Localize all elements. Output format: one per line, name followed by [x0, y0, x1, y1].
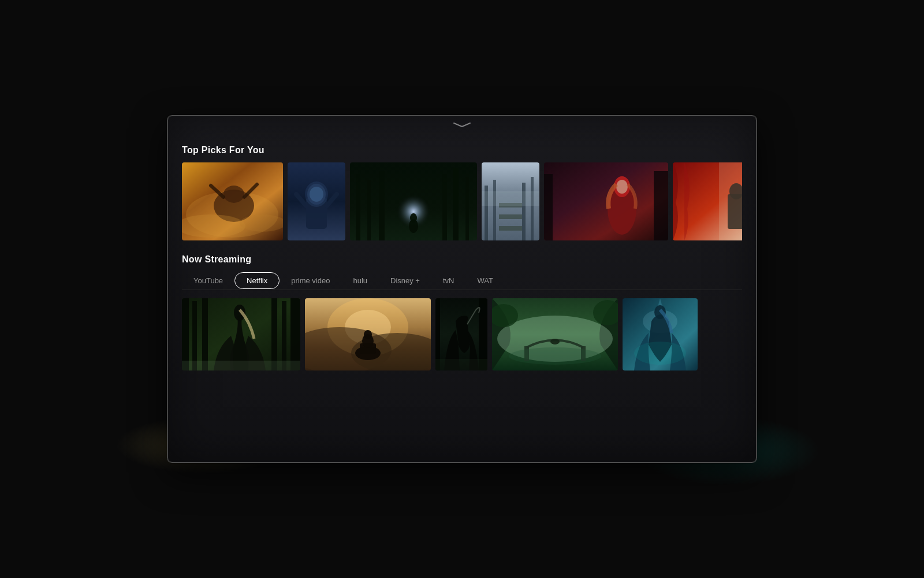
svg-rect-51 — [282, 301, 286, 370]
svg-point-80 — [634, 342, 686, 365]
tab-prime[interactable]: prime video — [280, 272, 341, 290]
svg-rect-33 — [482, 191, 539, 206]
top-picks-section: Top Picks For You — [182, 145, 742, 240]
streaming-card-2[interactable] — [305, 298, 431, 370]
svg-point-74 — [509, 347, 601, 365]
svg-rect-16 — [356, 174, 360, 240]
tab-hulu[interactable]: hulu — [341, 272, 379, 290]
svg-rect-31 — [499, 214, 522, 219]
svg-rect-17 — [367, 180, 371, 240]
streaming-card-3[interactable] — [435, 298, 487, 370]
top-pick-card-4[interactable] — [482, 162, 539, 240]
tab-netflix[interactable]: Netflix — [234, 272, 280, 289]
tv-frame: Top Picks For You — [167, 116, 757, 462]
streaming-row — [182, 298, 742, 370]
top-pick-card-2[interactable] — [288, 162, 345, 240]
tv-notch — [450, 121, 474, 129]
tab-tvn[interactable]: tvN — [431, 272, 466, 290]
svg-rect-47 — [182, 298, 189, 370]
svg-rect-52 — [290, 298, 300, 370]
svg-point-63 — [364, 330, 372, 339]
tab-youtube[interactable]: YouTube — [182, 272, 234, 290]
svg-rect-35 — [544, 174, 553, 240]
top-picks-title: Top Picks For You — [182, 145, 742, 155]
svg-rect-32 — [499, 226, 522, 231]
svg-rect-48 — [192, 301, 197, 370]
streaming-card-1[interactable] — [182, 298, 300, 370]
now-streaming-section: Now Streaming YouTube Netflix prime vide… — [182, 254, 742, 370]
svg-point-14 — [305, 181, 328, 207]
streaming-tabs: YouTube Netflix prime video hulu Disney … — [182, 272, 742, 290]
svg-rect-29 — [531, 177, 534, 240]
svg-point-73 — [550, 339, 560, 344]
now-streaming-title: Now Streaming — [182, 254, 742, 265]
svg-point-24 — [410, 213, 417, 223]
svg-rect-19 — [442, 174, 447, 240]
top-pick-card-3[interactable] — [350, 162, 477, 240]
tab-watc[interactable]: WAT — [465, 272, 504, 290]
svg-rect-54 — [182, 361, 300, 370]
svg-rect-20 — [453, 168, 459, 240]
top-pick-card-1[interactable] — [182, 162, 283, 240]
tab-disney[interactable]: Disney + — [379, 272, 431, 290]
streaming-card-5[interactable] — [623, 298, 698, 370]
svg-rect-27 — [493, 180, 496, 240]
top-picks-row — [182, 162, 742, 240]
svg-rect-18 — [379, 171, 385, 240]
svg-rect-21 — [465, 177, 469, 240]
tv-screen: Top Picks For You — [168, 134, 756, 462]
svg-rect-50 — [271, 298, 277, 370]
svg-rect-43 — [719, 162, 742, 240]
svg-point-3 — [223, 186, 244, 203]
svg-rect-36 — [654, 171, 668, 240]
top-pick-card-6[interactable] — [673, 162, 742, 240]
svg-rect-68 — [435, 359, 487, 370]
streaming-card-4[interactable] — [492, 298, 618, 370]
top-pick-card-5[interactable] — [544, 162, 668, 240]
svg-rect-49 — [202, 298, 208, 370]
svg-point-39 — [616, 180, 628, 194]
